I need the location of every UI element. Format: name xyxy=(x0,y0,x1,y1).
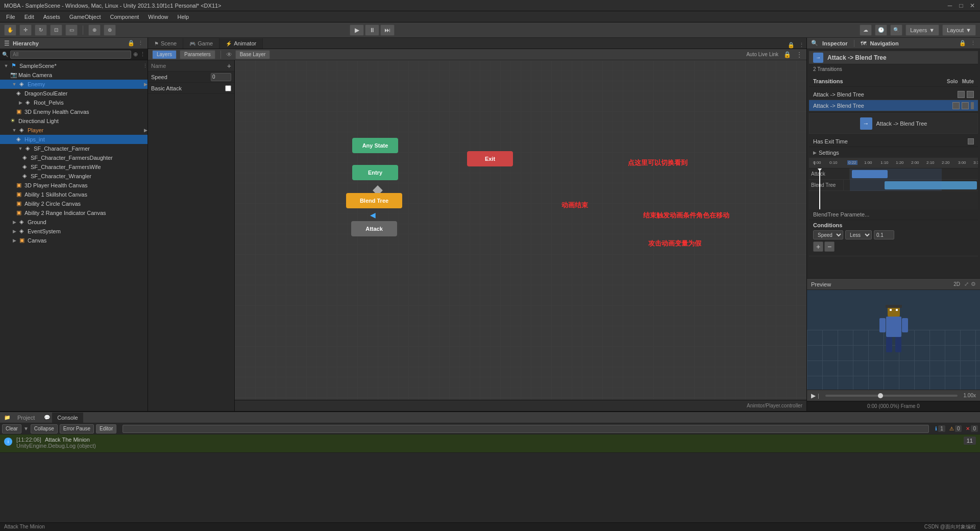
search-tool-btn[interactable]: 🔍 xyxy=(890,25,902,36)
tree-item-sffarmer[interactable]: ▼ ◈ SF_Character_Farmer xyxy=(0,144,148,153)
transition-mute-check-2[interactable] xyxy=(962,102,969,109)
transition-solo-check-2[interactable] xyxy=(952,102,960,109)
condition-op-select[interactable]: Less xyxy=(845,230,872,239)
param-speed-value[interactable] xyxy=(211,73,231,81)
center-pivot-btn[interactable]: ⊕ xyxy=(88,25,101,36)
condition-param-select[interactable]: Speed xyxy=(813,230,843,239)
transition-item-2[interactable]: Attack -> Blend Tree xyxy=(809,100,978,111)
tab-lock-icon[interactable]: 🔒 xyxy=(788,42,797,49)
pause-button[interactable]: ⏸ xyxy=(365,25,379,36)
preview-play-btn[interactable]: ▶ xyxy=(811,392,816,399)
tree-item-samplescene[interactable]: ▼ ⚑ SampleScene* ⋮ xyxy=(0,61,148,70)
menu-gameobject[interactable]: GameObject xyxy=(65,13,105,21)
tree-item-enemyhealth[interactable]: ▣ 3D Enemy Health Canvas xyxy=(0,107,148,116)
console-clear-dropdown[interactable]: ▼ xyxy=(23,426,29,431)
console-errorpause-btn[interactable]: Error Pause xyxy=(60,424,94,433)
layers-dropdown[interactable]: Layers ▼ xyxy=(905,25,939,36)
expand-icon[interactable]: ▶ xyxy=(10,236,18,245)
expand-icon[interactable]: ▶ xyxy=(10,227,18,235)
console-tab-console[interactable]: Console xyxy=(52,413,83,423)
hierarchy-menu2-icon[interactable]: ⋮ xyxy=(140,51,145,58)
state-blend[interactable]: Blend Tree xyxy=(346,193,402,208)
tree-settings-icon[interactable]: ⋮ xyxy=(143,63,148,68)
tree-item-canvas[interactable]: ▶ ▣ Canvas xyxy=(0,236,148,245)
menu-component[interactable]: Component xyxy=(106,13,143,21)
animator-canvas[interactable]: Any State Entry Exit Blend Tree xyxy=(235,60,806,411)
tree-expand2-icon[interactable]: ▶ xyxy=(144,82,148,87)
state-any[interactable]: Any State xyxy=(352,138,398,153)
rotate-tool[interactable]: ↻ xyxy=(35,25,47,36)
tree-item-sffarmerdaughter[interactable]: ◈ SF_Character_FarmersDaughter xyxy=(0,153,148,162)
hierarchy-add-icon[interactable]: ⊕ xyxy=(133,51,138,58)
move-tool[interactable]: ✛ xyxy=(19,25,32,36)
expand-icon[interactable]: ▼ xyxy=(10,126,18,134)
play-button[interactable]: ▶ xyxy=(350,25,364,36)
expand-icon[interactable]: ▶ xyxy=(10,218,18,226)
tree-item-ability1[interactable]: ▣ Ability 1 Skillshot Canvas xyxy=(0,190,148,199)
transition-solo-check-1[interactable] xyxy=(958,91,965,98)
tab-animator[interactable]: ⚡ Animator xyxy=(219,38,263,49)
console-entry-0[interactable]: i [11:22:06] Attack The Minion UnityEngi… xyxy=(0,435,980,453)
settings-row[interactable]: ▶ Settings xyxy=(809,147,978,158)
console-collapse-btn[interactable]: Collapse xyxy=(31,424,58,433)
menu-file[interactable]: File xyxy=(2,13,19,21)
tree-item-eventsystem[interactable]: ▶ ◈ EventSystem xyxy=(0,227,148,236)
step-button[interactable]: ⏭ xyxy=(380,25,395,36)
console-search-input[interactable] xyxy=(122,425,929,433)
console-clear-btn[interactable]: Clear xyxy=(2,424,21,433)
preview-2d-btn[interactable]: 2D xyxy=(953,281,960,287)
console-editor-btn[interactable]: Editor xyxy=(96,424,116,433)
animator-lock-icon[interactable]: 🔒 xyxy=(783,51,791,58)
condition-val-input[interactable] xyxy=(874,230,894,239)
layout-dropdown[interactable]: Layout ▼ xyxy=(942,25,976,36)
title-controls[interactable]: ─ □ ✕ xyxy=(946,2,976,9)
tree-item-enemy[interactable]: ▼ ◈ Enemy ▶ xyxy=(0,80,148,89)
tree-item-maincamera[interactable]: 📷 Main Camera xyxy=(0,70,148,80)
history-btn[interactable]: 🕐 xyxy=(875,25,887,36)
state-attack[interactable]: Attack xyxy=(351,221,397,236)
track-blend-bar[interactable] xyxy=(885,181,977,189)
tree-item-dragonsoul[interactable]: ◈ DragonSoulEater xyxy=(0,89,148,98)
expand-icon[interactable]: ▼ xyxy=(16,144,24,153)
scale-tool[interactable]: ⊡ xyxy=(50,25,62,36)
param-basicattack-checkbox[interactable] xyxy=(225,85,231,91)
has-exit-time-checkbox[interactable] xyxy=(968,138,974,144)
tab-scene[interactable]: ⚑ Scene xyxy=(148,38,183,49)
insp-menu-icon[interactable]: ⋮ xyxy=(970,40,976,46)
menu-assets[interactable]: Assets xyxy=(39,13,64,21)
expand-icon[interactable]: ▼ xyxy=(10,80,18,88)
tree-item-sfwrangler[interactable]: ◈ SF_Character_Wrangler xyxy=(0,172,148,181)
menu-edit[interactable]: Edit xyxy=(20,13,38,21)
layers-tab-btn[interactable]: Layers xyxy=(152,50,177,59)
base-layer-btn[interactable]: Base Layer xyxy=(235,50,271,59)
params-add-btn[interactable]: + xyxy=(227,62,231,70)
expand-icon[interactable]: ▶ xyxy=(16,99,24,107)
parameters-tab-btn[interactable]: Parameters xyxy=(180,50,215,59)
minimize-btn[interactable]: ─ xyxy=(946,2,953,9)
state-exit[interactable]: Exit xyxy=(467,151,513,166)
tree-item-ability2circle[interactable]: ▣ Ability 2 Circle Canvas xyxy=(0,199,148,208)
tree-item-ground[interactable]: ▶ ◈ Ground xyxy=(0,218,148,227)
tree-item-playerhealth[interactable]: ▣ 3D Player Health Canvas xyxy=(0,181,148,190)
expand-icon[interactable]: ▼ xyxy=(2,62,10,70)
animator-menu-icon[interactable]: ⋮ xyxy=(796,51,802,58)
hierarchy-menu-icon[interactable]: ⋮ xyxy=(138,40,143,46)
transition-item-1[interactable]: Attack -> Blend Tree xyxy=(809,89,978,100)
maximize-btn[interactable]: □ xyxy=(958,2,965,9)
local-global-btn[interactable]: ⊚ xyxy=(104,25,116,36)
hand-tool[interactable]: ✋ xyxy=(4,25,16,36)
transition-remove-btn[interactable] xyxy=(971,102,974,109)
preview-settings-icon[interactable]: ⚙ xyxy=(971,281,976,287)
track-attack-bar[interactable] xyxy=(852,170,888,178)
preview-expand-icon[interactable]: ⤢ xyxy=(964,281,969,287)
tree-item-ability2range[interactable]: ▣ Ability 2 Range Indicator Canvas xyxy=(0,208,148,218)
tab-game[interactable]: 🎮 Game xyxy=(183,38,219,49)
transition-mute-check-1[interactable] xyxy=(967,91,974,98)
tree-expand3-icon[interactable]: ▶ xyxy=(144,128,148,133)
tree-item-dirlight[interactable]: ☀ Directional Light xyxy=(0,116,148,126)
condition-add-btn[interactable]: + xyxy=(813,242,823,252)
rect-tool[interactable]: ▭ xyxy=(65,25,78,36)
hierarchy-search-input[interactable] xyxy=(10,51,131,59)
tab-menu-icon[interactable]: ⋮ xyxy=(797,42,806,49)
collab-btn[interactable]: ☁ xyxy=(860,25,872,36)
